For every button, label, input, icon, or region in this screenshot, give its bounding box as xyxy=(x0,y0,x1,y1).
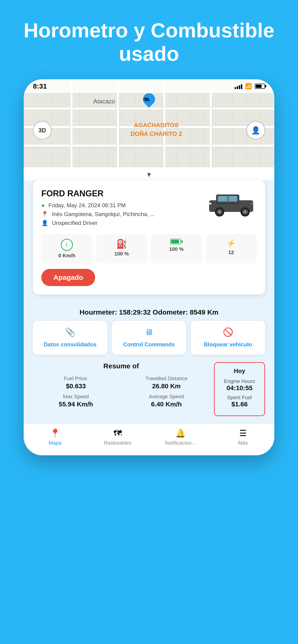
distance-label: Travelled Distance xyxy=(123,376,209,382)
svg-point-10 xyxy=(244,211,246,213)
stats-row: 0 Km/h ⛽ 100 % 100 % ⚡ xyxy=(41,234,257,263)
vehicle-battery: 100 % xyxy=(169,246,184,252)
vehicle-name: FORD RANGER xyxy=(41,189,206,198)
map-area: Atacazo AGACHADITOSDOÑA CHARITO 2 🛍 3D 👤… xyxy=(24,79,274,168)
wifi-icon: 📶 xyxy=(245,83,252,90)
nav-item-mas[interactable]: ☰ Más xyxy=(212,428,274,446)
resume-item-fuel-price: Fuel Price: $0.633 xyxy=(33,376,119,390)
max-speed-label: Max Speed xyxy=(33,394,119,400)
vehicle-datetime: Friday, May 24, 2024 08:31 PM xyxy=(49,202,126,209)
nav-item-mapa[interactable]: 📍 Mapa xyxy=(24,428,86,446)
stat-box-speed: 0 Km/h xyxy=(41,234,92,263)
action-card-control[interactable]: 🖥 Control Commands xyxy=(112,321,186,354)
map-3d-button[interactable]: 3D xyxy=(33,121,52,140)
hoy-title: Hoy xyxy=(219,368,260,374)
map-pin: 🛍 xyxy=(140,91,158,108)
vehicle-fuel: 100 % xyxy=(114,251,129,257)
battery-icon xyxy=(170,239,183,244)
signal-icon: ⚡ xyxy=(226,239,236,248)
location-icon: 📍 xyxy=(41,211,48,218)
speed-icon xyxy=(61,239,73,251)
battery-status-icon xyxy=(255,84,265,89)
dropdown-arrow[interactable]: ▼ xyxy=(24,168,274,180)
hero-title: Horometro y Combustible usado xyxy=(0,0,298,79)
resume-item-max-speed: Max Speed 55.94 Km/h xyxy=(33,394,119,408)
svg-rect-12 xyxy=(251,202,253,204)
mapa-label: Mapa xyxy=(49,440,61,446)
notificaciones-icon: 🔔 xyxy=(175,428,186,438)
signal-bars xyxy=(235,84,242,89)
status-icons: 📶 xyxy=(235,83,265,90)
max-speed-value: 55.94 Km/h xyxy=(33,400,119,408)
svg-point-7 xyxy=(218,211,221,213)
svg-rect-3 xyxy=(218,196,227,201)
notificaciones-label: Notificacion... xyxy=(165,440,196,446)
fuel-icon: ⛽ xyxy=(116,239,127,249)
vehicle-driver: Unspecified Driver xyxy=(52,220,98,226)
stat-box-signal: ⚡ 12 xyxy=(206,234,257,263)
mas-label: Más xyxy=(238,440,248,446)
mapa-icon: 📍 xyxy=(50,428,60,438)
vehicle-address: Inés Gangotena, Sangolquí, Pichincha, ..… xyxy=(52,211,155,218)
map-label-atacazo: Atacazo xyxy=(93,98,115,105)
vehicle-image xyxy=(206,189,257,219)
action-cards-row: 📎 Datos consolidados 🖥 Control Commands … xyxy=(24,321,274,362)
nav-item-rastreables[interactable]: 🗺 Rastreables xyxy=(86,428,149,446)
avg-speed-value: 6.40 Km/h xyxy=(123,400,209,408)
stat-box-battery: 100 % xyxy=(151,234,202,263)
bloquear-label: Bloquear vehículo xyxy=(204,341,252,348)
resume-item-distance: Travelled Distance 26.80 Km xyxy=(123,376,209,390)
distance-value: 26.80 Km xyxy=(123,382,209,390)
vehicle-signal: 12 xyxy=(228,250,234,256)
resume-section: Resume of Fuel Price: $0.633 Travelled D… xyxy=(24,362,274,424)
engine-hours-label: Engine Hours xyxy=(219,378,260,384)
svg-rect-11 xyxy=(209,202,211,204)
map-avatar-button[interactable]: 👤 xyxy=(246,121,265,140)
spent-fuel-label: Spent Fuel xyxy=(219,394,260,400)
resume-title: Resume of xyxy=(33,362,209,370)
bloquear-icon: 🚫 xyxy=(223,327,233,337)
vehicle-speed: 0 Km/h xyxy=(58,253,75,259)
action-card-datos[interactable]: 📎 Datos consolidados xyxy=(33,321,107,354)
fuel-price-label: Fuel Price: xyxy=(33,376,119,382)
mas-icon: ☰ xyxy=(239,428,247,438)
phone-frame: Atacazo AGACHADITOSDOÑA CHARITO 2 🛍 3D 👤… xyxy=(24,79,274,455)
resume-item-avg-speed: Average Speed 6.40 Km/h xyxy=(123,394,209,408)
engine-hours-value: 04:10:55 xyxy=(219,384,260,392)
datetime-icon: ● xyxy=(41,202,45,209)
bottom-nav: 📍 Mapa 🗺 Rastreables 🔔 Notificacion... ☰… xyxy=(24,424,274,455)
spent-fuel-value: $1.66 xyxy=(219,400,260,408)
status-bar: 8:31 📶 xyxy=(24,79,274,93)
vehicle-card: FORD RANGER ● Friday, May 24, 2024 08:31… xyxy=(33,180,265,294)
svg-rect-4 xyxy=(229,196,237,201)
control-label: Control Commands xyxy=(123,341,175,348)
stat-box-fuel: ⛽ 100 % xyxy=(96,234,147,263)
avg-speed-label: Average Speed xyxy=(123,394,209,400)
fuel-price-value: $0.633 xyxy=(33,382,119,390)
datos-icon: 📎 xyxy=(65,327,75,337)
rastreables-icon: 🗺 xyxy=(114,428,122,438)
rastreables-label: Rastreables xyxy=(104,440,131,446)
hoy-box: Hoy Engine Hours 04:10:55 Spent Fuel $1.… xyxy=(214,362,265,416)
nav-item-notificaciones[interactable]: 🔔 Notificacion... xyxy=(149,428,212,446)
control-icon: 🖥 xyxy=(145,327,153,337)
map-label-location: AGACHADITOSDOÑA CHARITO 2 xyxy=(130,121,182,138)
hourmeter-bar: Hourmeter: 158:29:32 Odometer: 8549 Km xyxy=(24,302,274,321)
datos-label: Datos consolidados xyxy=(44,341,97,348)
status-time: 8:31 xyxy=(33,82,47,90)
driver-icon: 👤 xyxy=(41,220,48,226)
action-card-bloquear[interactable]: 🚫 Bloquear vehículo xyxy=(191,321,265,354)
vehicle-status-button[interactable]: Apagado xyxy=(41,269,95,286)
